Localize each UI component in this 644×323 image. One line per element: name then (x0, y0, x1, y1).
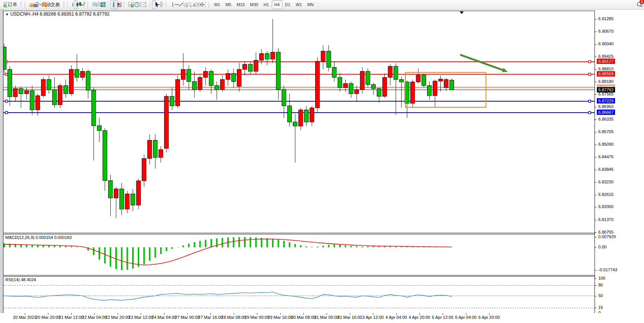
chart-title-text: USDCNH-,H4 6.88266 6.88351 6.87792 6.877… (10, 11, 110, 17)
timeframe-m15-button[interactable]: M15 (234, 0, 247, 9)
label-tool-button[interactable]: T (193, 0, 197, 9)
templates-button[interactable]: ▾ (138, 0, 144, 9)
time-axis-label: 6 Apr 20:00 (472, 315, 506, 320)
time-axis-tick (303, 313, 304, 315)
shapes-tool-button[interactable]: ▾ (197, 0, 203, 9)
timeframe-w1-button[interactable]: W1 (293, 0, 305, 9)
indicators-button[interactable]: ▾ (126, 0, 132, 9)
rsi-axis-label: 80 (598, 283, 603, 287)
tile-windows-button[interactable] (98, 0, 102, 9)
toolbar-separator (88, 1, 88, 8)
toolbar-separator (108, 1, 108, 8)
periods-button[interactable]: ▾ (132, 0, 138, 9)
time-axis-tick (373, 313, 373, 315)
price-flag: 6.88559 (597, 71, 615, 76)
time-axis-tick (419, 313, 420, 315)
signals-button[interactable] (35, 0, 39, 9)
time-axis-tick (210, 313, 211, 315)
price-axis-label: 6.82000 (598, 204, 614, 209)
time-axis-tick (25, 313, 25, 315)
price-axis-label: 6.90670 (598, 29, 614, 33)
channel-tool-button[interactable]: E (180, 0, 184, 9)
time-axis-tick (187, 313, 188, 315)
chat-button[interactable]: 1 (639, 0, 642, 9)
time-axis-tick (280, 313, 281, 315)
toolbar-group-handle (119, 1, 121, 8)
price-axis[interactable]: 6.912856.906706.900406.894256.888106.881… (595, 11, 644, 313)
vertical-line-tool-button[interactable] (168, 0, 172, 9)
price-flag: 6.86667 (597, 110, 615, 115)
rsi-canvas[interactable] (3, 277, 595, 313)
toolbar-separator (166, 1, 166, 8)
price-chart-canvas[interactable] (3, 11, 595, 233)
macd-canvas[interactable] (3, 234, 595, 275)
chart-title: ▼USDCNH-,H4 6.88266 6.88351 6.87792 6.87… (5, 11, 110, 17)
new-order-button[interactable]: 新订单 (2, 0, 19, 9)
time-axis-tick (164, 313, 164, 315)
price-axis-label: 6.82615 (598, 192, 614, 197)
chart-collapse-icon[interactable]: ▼ (5, 13, 9, 16)
price-axis-label: 6.86335 (598, 117, 614, 121)
toolbar-separator (209, 1, 209, 8)
candle-chart-mode-button[interactable] (74, 0, 78, 9)
timeframe-h1-button[interactable]: H1 (261, 0, 271, 9)
autotrade-icon (41, 2, 48, 8)
time-axis-tick (443, 313, 443, 315)
macd-axis-label: 0.00 (598, 245, 606, 249)
search-button[interactable] (634, 0, 638, 9)
timeframe-d1-button[interactable]: D1 (282, 0, 293, 9)
crosshair-tool-button[interactable] (156, 0, 160, 9)
toolbar-separator (124, 1, 124, 8)
timeframe-m1-button[interactable]: M1 (212, 0, 223, 9)
zoom-in-button[interactable] (90, 0, 94, 9)
rsi-axis-label: 15 (598, 305, 603, 310)
cursor-tool-button[interactable] (152, 0, 156, 9)
time-axis[interactable]: 20 Mar 202320 Mar 20:0021 Mar 12:0022 Ma… (0, 313, 644, 323)
time-axis-tick (48, 313, 48, 315)
chart-shift-marker[interactable] (460, 11, 464, 14)
toolbar-group-handle (145, 1, 147, 8)
toolbar-separator (67, 1, 68, 8)
publish-chart-button[interactable] (31, 0, 35, 9)
time-axis-tick (350, 313, 350, 315)
timeframe-m5-button[interactable]: M5 (223, 0, 234, 9)
chart-shift-button[interactable] (114, 0, 118, 9)
toolbar-separator (150, 1, 150, 8)
fibonacci-tool-button[interactable]: F (185, 0, 188, 9)
macd-indicator-label: MACD(12,26,9) 0.000154 0.000183 (5, 235, 72, 240)
time-axis-tick (71, 313, 72, 315)
time-axis-tick (489, 313, 489, 315)
price-axis-line (595, 11, 595, 313)
price-axis-label: 6.81370 (598, 217, 614, 222)
auto-trading-button[interactable]: 自动交易 (40, 0, 62, 9)
zoom-out-button[interactable] (94, 0, 98, 9)
price-axis-label: 6.89425 (598, 54, 614, 59)
timeframe-mn-button[interactable]: MN (304, 0, 316, 9)
toolbar-group-handle (83, 1, 85, 8)
auto-scroll-button[interactable] (110, 0, 114, 9)
horizontal-line-tool-button[interactable] (172, 0, 176, 9)
bid-price-flag: 6.87792 (597, 87, 615, 92)
time-axis-tick (466, 313, 466, 315)
price-axis-label: 6.83845 (598, 167, 614, 172)
rsi-axis-label: 100 (598, 276, 605, 280)
price-axis-label: 6.80755 (598, 230, 614, 234)
main-toolbar: 新订单自动交易▾▾▾EFAT▾M1M5M15M30H1H4D1W1MN1 (0, 0, 644, 10)
gold-chart-button[interactable] (27, 0, 31, 9)
price-axis-label: 6.85705 (598, 129, 614, 134)
trendline-tool-button[interactable] (176, 0, 180, 9)
price-axis-label: 6.85090 (598, 142, 614, 146)
toolbar-group-handle (204, 1, 206, 8)
price-flag: 6.89177 (597, 59, 615, 64)
timeframe-h4-button[interactable]: H4 (272, 0, 282, 9)
timeframe-group: M1M5M15M30H1H4D1W1MN (212, 0, 316, 9)
timeframe-m30-button[interactable]: M30 (247, 0, 261, 9)
price-axis-label: 6.90040 (598, 41, 614, 46)
toolbar-group-handle (103, 1, 105, 8)
notification-badge: 1 (639, 0, 644, 4)
time-axis-tick (118, 313, 118, 315)
bar-chart-mode-button[interactable] (70, 0, 73, 9)
time-axis-tick (257, 313, 257, 315)
text-tool-button[interactable]: A (189, 0, 193, 9)
line-chart-mode-button[interactable] (78, 0, 82, 9)
